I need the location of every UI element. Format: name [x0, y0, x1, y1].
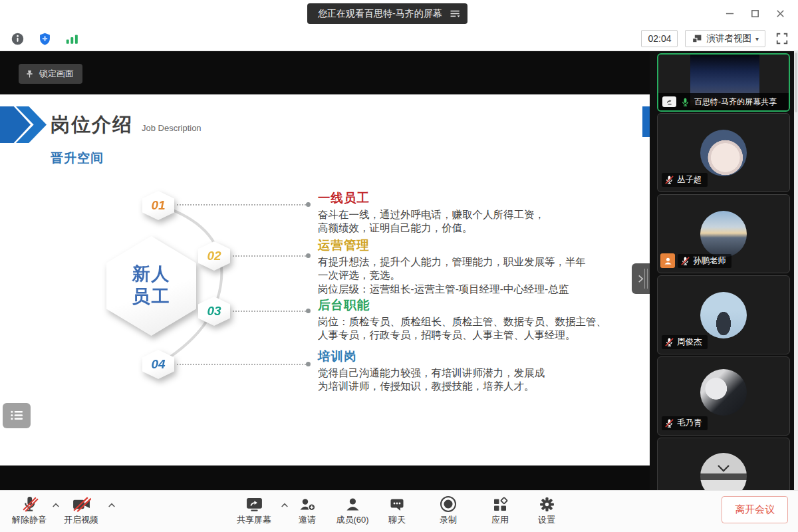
dotted-connector: [177, 204, 306, 205]
view-mode-selector[interactable]: 演讲者视图 ▾: [685, 30, 765, 47]
item-body: 有提升想法，提升个人能力，管理能力，职业发展等，半年 一次评选，竞选。 岗位层级…: [318, 255, 614, 296]
item-heading: 后台职能: [318, 297, 614, 313]
layout-icon: [692, 34, 702, 43]
unmute-button[interactable]: 解除静音: [12, 494, 47, 526]
gear-icon: [539, 494, 555, 513]
participant-name: 百思特-马齐的屏幕共享: [694, 96, 777, 108]
mic-muted-icon: [664, 337, 674, 347]
watching-banner[interactable]: 您正在观看百思特-马齐的屏幕: [307, 3, 467, 24]
item-heading: 运营管理: [318, 237, 614, 253]
record-circle-icon: [440, 494, 457, 513]
banner-menu-icon[interactable]: [450, 9, 461, 18]
close-button[interactable]: [767, 3, 793, 24]
chevron-down-icon: ▾: [755, 35, 759, 43]
step-number: 01: [151, 198, 165, 213]
maximize-button[interactable]: [742, 3, 767, 24]
step-number: 02: [207, 249, 221, 263]
settings-button[interactable]: 设置: [538, 494, 555, 526]
share-screen-button[interactable]: 共享屏幕: [237, 494, 271, 526]
tile-label-bar: 百思特-马齐的屏幕共享: [658, 93, 789, 110]
members-button[interactable]: 成员(60): [336, 494, 368, 526]
tile-label-bar: 周俊杰: [662, 335, 708, 349]
watching-label: 您正在观看百思特-马齐的屏幕: [318, 8, 442, 20]
item-heading: 一线员工: [318, 190, 614, 206]
presentation-slide: 岗位介绍 Job Description 晋升空间 新人 员工: [0, 94, 650, 466]
item-body: 奋斗在一线，通过外呼电话，赚取个人所得工资， 高额绩效，证明自己能力，价值。: [318, 208, 614, 235]
view-controls-group: 02:04 演讲者视图 ▾: [641, 27, 791, 51]
invite-button[interactable]: 邀请: [299, 494, 316, 526]
participants-sidebar: 百思特-马齐的屏幕共享 丛子超 孙鹏老师 周俊杰: [650, 51, 798, 490]
share-screen-icon: [245, 494, 263, 513]
meeting-timer: 02:04: [641, 30, 678, 47]
apps-label: 应用: [491, 514, 509, 526]
chevron-down-icon: [717, 464, 730, 472]
step-number: 03: [207, 304, 221, 319]
lock-view-label: 锁定画面: [39, 68, 74, 80]
chat-label: 聊天: [388, 514, 406, 526]
grip-lines: [644, 269, 648, 289]
members-label: 成员(60): [336, 514, 368, 526]
hexagon-new-employee: 新人 员工: [106, 236, 196, 336]
apps-button[interactable]: 应用: [491, 494, 509, 526]
hexagon-label-line1: 新人: [132, 263, 171, 286]
hexagon-label-line2: 员工: [132, 286, 171, 309]
list-icon: [10, 410, 24, 421]
dotted-connector: [233, 311, 306, 312]
meeting-info-group: [8, 27, 81, 51]
slide-item-training: 培训岗 觉得自己沟通能力较强，有培训讲师潜力，发展成 为培训讲师，传授知识，教授…: [318, 348, 614, 394]
video-options-chevron[interactable]: [106, 501, 117, 510]
participant-name: 毛乃青: [677, 418, 702, 429]
participant-tile[interactable]: 丛子超: [657, 113, 790, 192]
participant-tile[interactable]: 周俊杰: [657, 275, 790, 354]
meeting-window: 您正在观看百思特-马齐的屏幕: [0, 0, 798, 532]
window-controls: [717, 0, 793, 27]
leave-meeting-button[interactable]: 离开会议: [722, 496, 788, 523]
participant-tile[interactable]: 孙鹏老师: [657, 194, 790, 273]
view-mode-label: 演讲者视图: [706, 33, 751, 45]
mic-on-icon: [680, 97, 690, 107]
sidebar-collapse-button[interactable]: [632, 263, 650, 294]
start-video-button[interactable]: 开启视频: [64, 494, 98, 526]
security-shield-icon[interactable]: [35, 29, 54, 48]
participant-tile-partial[interactable]: [657, 438, 790, 490]
item-heading: 培训岗: [318, 348, 614, 364]
invite-person-icon: [299, 494, 316, 513]
scrollbar-thumb[interactable]: [795, 53, 797, 112]
avatar: [700, 211, 747, 257]
share-options-chevron[interactable]: [279, 501, 290, 510]
connector-dot: [306, 202, 311, 207]
sidebar-scrollbar[interactable]: [794, 51, 798, 490]
minimize-button[interactable]: [717, 3, 742, 24]
network-signal-icon[interactable]: [63, 29, 81, 48]
record-label: 录制: [440, 514, 457, 526]
avatar: [700, 130, 747, 176]
mic-muted-icon: [664, 418, 674, 428]
meeting-toolbar-top: 02:04 演讲者视图 ▾: [0, 27, 798, 51]
slide-item-operations: 运营管理 有提升想法，提升个人能力，管理能力，职业发展等，半年 一次评选，竞选。…: [318, 237, 614, 296]
hexagon-step-1: 01: [142, 191, 174, 220]
tile-label-bar: 毛乃青: [662, 416, 708, 430]
hexagon-step-3: 03: [198, 297, 230, 326]
member-list-float-button[interactable]: [3, 403, 31, 428]
meeting-toolbar-bottom: 解除静音 开启视频 共享屏幕 邀请: [0, 490, 798, 532]
avatar: [700, 369, 747, 416]
record-button[interactable]: 录制: [440, 494, 457, 526]
scroll-down-button[interactable]: [714, 462, 733, 474]
audio-options-chevron[interactable]: [51, 501, 61, 510]
shared-screen-area: 锁定画面 岗位介绍 Job Description 晋升空间: [0, 51, 650, 490]
item-body: 觉得自己沟通能力较强，有培训讲师潜力，发展成 为培训讲师，传授知识，教授技能，培…: [318, 366, 614, 394]
meeting-info-icon[interactable]: [8, 29, 27, 48]
participant-name: 孙鹏老师: [693, 255, 726, 267]
participant-tile[interactable]: 毛乃青: [657, 356, 790, 436]
participant-tile-screen-share[interactable]: 百思特-马齐的屏幕共享: [657, 53, 790, 112]
hexagon-step-2: 02: [198, 241, 230, 271]
dotted-connector: [233, 255, 306, 257]
unmute-label: 解除静音: [12, 514, 47, 526]
camera-muted-icon: [72, 494, 91, 513]
participant-name: 周俊杰: [677, 336, 702, 348]
connector-dot: [306, 362, 311, 366]
fullscreen-button[interactable]: [773, 29, 791, 48]
chat-button[interactable]: 聊天: [388, 494, 406, 526]
lock-view-button[interactable]: 锁定画面: [19, 64, 82, 84]
connector-dot: [306, 253, 311, 258]
